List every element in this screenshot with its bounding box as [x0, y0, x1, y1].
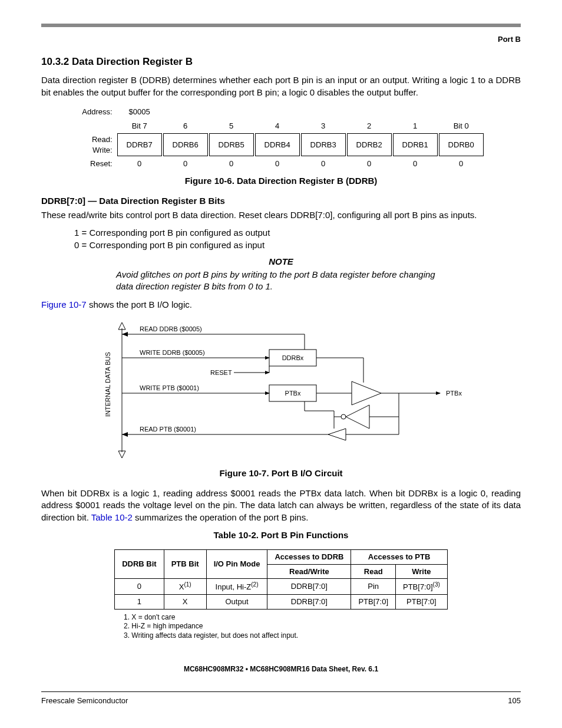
bit-cell: DDRB3: [301, 133, 346, 156]
bit-cell: DDRB7: [117, 133, 162, 156]
footer-doc-title: MC68HC908MR32 • MC68HC908MR16 Data Sheet…: [41, 664, 521, 674]
write-ptb-label: WRITE PTB ($0001): [140, 384, 199, 391]
ddrbx-box: DDRBx: [282, 354, 304, 361]
footnote: 3. Writing affects data register, but do…: [124, 631, 521, 641]
th-rw: Read/Write: [267, 564, 351, 579]
reset-label: Reset:: [78, 157, 115, 170]
read-ptb-label: READ PTB ($0001): [140, 426, 196, 433]
th-read: Read: [351, 564, 396, 579]
bit-header: Bit 7: [117, 120, 162, 133]
th-acc-ddrb: Accesses to DDRB: [267, 550, 351, 565]
table-caption: Table 10-2. Port B Pin Functions: [41, 529, 521, 541]
table-row: 1 X Output DDRB[7:0] PTB[7:0] PTB[7:0]: [115, 595, 448, 610]
reset-value: 0: [255, 157, 300, 170]
reset-value: 0: [393, 157, 438, 170]
bits-heading: DDRB[7:0] — Data Direction Register B Bi…: [41, 195, 521, 207]
write-ddrb-label: WRITE DDRB ($0005): [140, 349, 205, 356]
top-rule: [41, 24, 521, 27]
svg-marker-4: [122, 332, 128, 337]
pin-functions-table: DDRB Bit PTB Bit I/O Pin Mode Accesses t…: [114, 549, 448, 610]
bits-one: 1 = Corresponding port B pin configured …: [74, 227, 521, 239]
th-mode: I/O Pin Mode: [206, 550, 267, 579]
bit-header: 5: [209, 120, 254, 133]
reset-label: RESET: [210, 369, 232, 376]
bit-cell: DDRB5: [209, 133, 254, 156]
note-body: Avoid glitches on port B pins by writing…: [116, 269, 446, 293]
figure-ref-line: Figure 10-7 shows the port B I/O logic.: [41, 299, 521, 311]
figure-caption: Figure 10-7. Port B I/O Circuit: [41, 467, 521, 479]
bit-cell: DDRB6: [163, 133, 208, 156]
page-section-label: Port B: [41, 34, 521, 45]
svg-marker-13: [352, 381, 381, 405]
bits-zero: 0 = Corresponding port B pin configured …: [74, 239, 521, 251]
reset-value: 0: [301, 157, 346, 170]
th-ptb: PTB Bit: [164, 550, 206, 579]
bit-cell: DDRB1: [393, 133, 438, 156]
page-number: 105: [508, 696, 521, 706]
footnotes: 1. X = don't care 2. Hi-Z = high impedan…: [124, 613, 521, 641]
read-ddrb-label: READ DDRB ($0005): [140, 325, 202, 332]
svg-point-21: [341, 414, 346, 419]
intro-paragraph: Data direction register B (DDRB) determi…: [41, 74, 521, 98]
section-heading: 10.3.2 Data Direction Register B: [41, 55, 521, 69]
table-row: 0 X(1) Input, Hi-Z(2) DDRB[7:0] Pin PTB[…: [115, 579, 448, 595]
th-acc-ptb: Accesses to PTB: [351, 550, 447, 565]
figure-caption: Figure 10-6. Data Direction Register B (…: [41, 175, 521, 187]
bit-header: 2: [347, 120, 392, 133]
bit-header: 6: [163, 120, 208, 133]
note-heading: NOTE: [41, 256, 521, 268]
footnote: 1. X = don't care: [124, 613, 521, 622]
bit-header: 3: [301, 120, 346, 133]
reset-value: 0: [117, 157, 162, 170]
reset-value: 0: [209, 157, 254, 170]
bit-cell: DDRB4: [255, 133, 300, 156]
bit-header: Bit 0: [439, 120, 484, 133]
th-write: Write: [396, 564, 448, 579]
footer-rule: Freescale Semiconductor 105: [41, 691, 521, 706]
rw-label: Read: Write:: [78, 133, 115, 156]
reset-value: 0: [347, 157, 392, 170]
address-label: Address:: [78, 106, 115, 118]
io-circuit-diagram: INTERNAL DATA BUS READ DDRB ($0005) WRIT…: [92, 317, 470, 464]
address-value: $0005: [117, 106, 162, 118]
bus-label: INTERNAL DATA BUS: [104, 352, 111, 417]
bits-desc: These read/write bits control port B dat…: [41, 209, 521, 221]
bit-cell: DDRB0: [439, 133, 484, 156]
reset-value: 0: [439, 157, 484, 170]
table-link[interactable]: Table 10-2: [91, 512, 133, 522]
figure-link[interactable]: Figure 10-7: [41, 299, 87, 309]
pin-label: PTBx: [446, 390, 462, 397]
bit-cell: DDRB2: [347, 133, 392, 156]
svg-marker-18: [122, 432, 128, 437]
svg-marker-19: [328, 429, 346, 440]
ptbx-box: PTBx: [285, 390, 301, 397]
footnote: 2. Hi-Z = high impedance: [124, 622, 521, 631]
footer-vendor: Freescale Semiconductor: [41, 696, 128, 706]
bit-header: 4: [255, 120, 300, 133]
register-bit-table: Address: $0005 Bit 7 6 5 4 3 2 1 Bit 0 R…: [77, 104, 484, 172]
reset-value: 0: [163, 157, 208, 170]
bit-header: 1: [393, 120, 438, 133]
svg-marker-20: [346, 405, 369, 429]
after-circuit-paragraph: When bit DDRBx is a logic 1, reading add…: [41, 487, 521, 523]
th-ddrb: DDRB Bit: [115, 550, 164, 579]
